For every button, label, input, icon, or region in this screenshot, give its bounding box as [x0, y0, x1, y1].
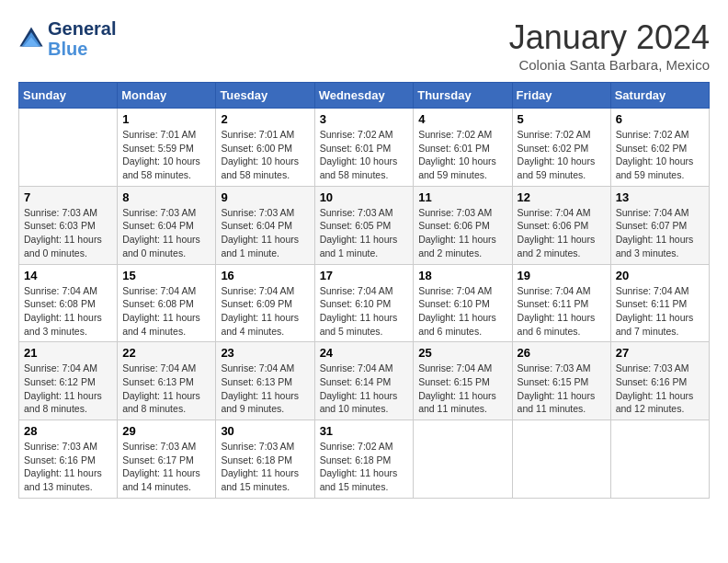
- day-cell: [610, 420, 709, 499]
- day-cell: 29Sunrise: 7:03 AM Sunset: 6:17 PM Dayli…: [118, 420, 216, 499]
- day-info: Sunrise: 7:04 AM Sunset: 6:07 PM Dayligh…: [616, 206, 704, 260]
- day-cell: 12Sunrise: 7:04 AM Sunset: 6:06 PM Dayli…: [512, 186, 610, 264]
- day-cell: 17Sunrise: 7:04 AM Sunset: 6:10 PM Dayli…: [314, 264, 414, 342]
- day-cell: 3Sunrise: 7:02 AM Sunset: 6:01 PM Daylig…: [314, 109, 414, 187]
- day-number: 19: [518, 269, 606, 282]
- day-info: Sunrise: 7:02 AM Sunset: 6:01 PM Dayligh…: [418, 128, 506, 182]
- day-cell: [19, 109, 118, 187]
- day-info: Sunrise: 7:04 AM Sunset: 6:06 PM Dayligh…: [518, 206, 606, 260]
- day-info: Sunrise: 7:02 AM Sunset: 6:02 PM Dayligh…: [518, 128, 606, 182]
- day-info: Sunrise: 7:04 AM Sunset: 6:08 PM Dayligh…: [24, 284, 112, 339]
- day-cell: 24Sunrise: 7:04 AM Sunset: 6:14 PM Dayli…: [314, 342, 414, 420]
- day-info: Sunrise: 7:02 AM Sunset: 6:01 PM Dayligh…: [320, 128, 409, 182]
- day-cell: 9Sunrise: 7:03 AM Sunset: 6:04 PM Daylig…: [216, 186, 314, 264]
- day-number: 29: [122, 424, 210, 438]
- day-number: 20: [616, 269, 704, 282]
- day-info: Sunrise: 7:02 AM Sunset: 6:02 PM Dayligh…: [616, 128, 704, 182]
- day-number: 22: [122, 346, 210, 360]
- title-block: January 2024 Colonia Santa Barbara, Mexi…: [509, 18, 710, 73]
- calendar-header: SundayMondayTuesdayWednesdayThursdayFrid…: [19, 83, 710, 109]
- day-info: Sunrise: 7:01 AM Sunset: 6:00 PM Dayligh…: [221, 128, 309, 182]
- day-cell: 1Sunrise: 7:01 AM Sunset: 5:59 PM Daylig…: [118, 109, 216, 187]
- day-cell: 27Sunrise: 7:03 AM Sunset: 6:16 PM Dayli…: [610, 342, 709, 420]
- page-header: General Blue January 2024 Colonia Santa …: [18, 18, 710, 73]
- day-number: 14: [24, 269, 112, 282]
- day-info: Sunrise: 7:03 AM Sunset: 6:04 PM Dayligh…: [122, 206, 210, 260]
- day-cell: 14Sunrise: 7:04 AM Sunset: 6:08 PM Dayli…: [19, 264, 118, 342]
- logo-icon: [18, 26, 44, 52]
- calendar-table: SundayMondayTuesdayWednesdayThursdayFrid…: [18, 82, 710, 499]
- day-info: Sunrise: 7:03 AM Sunset: 6:06 PM Dayligh…: [418, 206, 506, 260]
- header-cell-sunday: Sunday: [19, 83, 118, 109]
- day-info: Sunrise: 7:04 AM Sunset: 6:10 PM Dayligh…: [320, 284, 409, 339]
- day-cell: [414, 420, 512, 499]
- week-row-1: 1Sunrise: 7:01 AM Sunset: 5:59 PM Daylig…: [19, 109, 710, 187]
- day-cell: 7Sunrise: 7:03 AM Sunset: 6:03 PM Daylig…: [19, 186, 118, 264]
- day-cell: 16Sunrise: 7:04 AM Sunset: 6:09 PM Dayli…: [216, 264, 314, 342]
- day-number: 25: [418, 346, 506, 360]
- header-cell-tuesday: Tuesday: [216, 83, 314, 109]
- day-cell: 8Sunrise: 7:03 AM Sunset: 6:04 PM Daylig…: [118, 186, 216, 264]
- day-info: Sunrise: 7:03 AM Sunset: 6:18 PM Dayligh…: [221, 440, 309, 494]
- day-number: 8: [122, 190, 210, 204]
- week-row-2: 7Sunrise: 7:03 AM Sunset: 6:03 PM Daylig…: [19, 186, 710, 264]
- day-number: 21: [24, 346, 112, 360]
- day-cell: 31Sunrise: 7:02 AM Sunset: 6:18 PM Dayli…: [314, 420, 414, 499]
- header-row: SundayMondayTuesdayWednesdayThursdayFrid…: [19, 83, 710, 109]
- day-cell: 19Sunrise: 7:04 AM Sunset: 6:11 PM Dayli…: [512, 264, 610, 342]
- day-cell: 23Sunrise: 7:04 AM Sunset: 6:13 PM Dayli…: [216, 342, 314, 420]
- day-number: 17: [320, 269, 409, 282]
- day-info: Sunrise: 7:03 AM Sunset: 6:16 PM Dayligh…: [24, 440, 112, 494]
- location: Colonia Santa Barbara, Mexico: [509, 57, 710, 73]
- day-info: Sunrise: 7:03 AM Sunset: 6:17 PM Dayligh…: [122, 440, 210, 494]
- logo-text-general: General: [48, 18, 116, 39]
- day-number: 9: [221, 190, 309, 204]
- day-number: 31: [320, 424, 409, 438]
- day-number: 10: [320, 190, 409, 204]
- day-number: 2: [221, 112, 309, 126]
- day-cell: 21Sunrise: 7:04 AM Sunset: 6:12 PM Dayli…: [19, 342, 118, 420]
- day-cell: [512, 420, 610, 499]
- header-cell-friday: Friday: [512, 83, 610, 109]
- day-cell: 26Sunrise: 7:03 AM Sunset: 6:15 PM Dayli…: [512, 342, 610, 420]
- day-cell: 20Sunrise: 7:04 AM Sunset: 6:11 PM Dayli…: [610, 264, 709, 342]
- day-cell: 18Sunrise: 7:04 AM Sunset: 6:10 PM Dayli…: [414, 264, 512, 342]
- calendar-body: 1Sunrise: 7:01 AM Sunset: 5:59 PM Daylig…: [19, 109, 710, 499]
- day-number: 23: [221, 346, 309, 360]
- day-cell: 15Sunrise: 7:04 AM Sunset: 6:08 PM Dayli…: [118, 264, 216, 342]
- day-cell: 10Sunrise: 7:03 AM Sunset: 6:05 PM Dayli…: [314, 186, 414, 264]
- header-cell-wednesday: Wednesday: [314, 83, 414, 109]
- month-title: January 2024: [509, 18, 710, 57]
- day-cell: 25Sunrise: 7:04 AM Sunset: 6:15 PM Dayli…: [414, 342, 512, 420]
- day-info: Sunrise: 7:04 AM Sunset: 6:15 PM Dayligh…: [418, 362, 506, 416]
- day-number: 4: [418, 112, 506, 126]
- day-number: 13: [616, 190, 704, 204]
- day-number: 30: [221, 424, 309, 438]
- day-info: Sunrise: 7:04 AM Sunset: 6:08 PM Dayligh…: [122, 284, 210, 339]
- day-cell: 5Sunrise: 7:02 AM Sunset: 6:02 PM Daylig…: [512, 109, 610, 187]
- day-number: 11: [418, 190, 506, 204]
- day-number: 18: [418, 269, 506, 282]
- day-info: Sunrise: 7:03 AM Sunset: 6:03 PM Dayligh…: [24, 206, 112, 260]
- day-cell: 2Sunrise: 7:01 AM Sunset: 6:00 PM Daylig…: [216, 109, 314, 187]
- week-row-4: 21Sunrise: 7:04 AM Sunset: 6:12 PM Dayli…: [19, 342, 710, 420]
- day-cell: 6Sunrise: 7:02 AM Sunset: 6:02 PM Daylig…: [610, 109, 709, 187]
- week-row-5: 28Sunrise: 7:03 AM Sunset: 6:16 PM Dayli…: [19, 420, 710, 499]
- day-cell: 30Sunrise: 7:03 AM Sunset: 6:18 PM Dayli…: [216, 420, 314, 499]
- day-cell: 11Sunrise: 7:03 AM Sunset: 6:06 PM Dayli…: [414, 186, 512, 264]
- day-info: Sunrise: 7:04 AM Sunset: 6:13 PM Dayligh…: [221, 362, 309, 416]
- day-number: 24: [320, 346, 409, 360]
- day-number: 1: [122, 112, 210, 126]
- day-info: Sunrise: 7:04 AM Sunset: 6:10 PM Dayligh…: [418, 284, 506, 339]
- day-cell: 28Sunrise: 7:03 AM Sunset: 6:16 PM Dayli…: [19, 420, 118, 499]
- day-number: 3: [320, 112, 409, 126]
- day-info: Sunrise: 7:03 AM Sunset: 6:15 PM Dayligh…: [518, 362, 606, 416]
- day-info: Sunrise: 7:03 AM Sunset: 6:16 PM Dayligh…: [616, 362, 704, 416]
- day-number: 12: [518, 190, 606, 204]
- day-info: Sunrise: 7:04 AM Sunset: 6:11 PM Dayligh…: [518, 284, 606, 339]
- week-row-3: 14Sunrise: 7:04 AM Sunset: 6:08 PM Dayli…: [19, 264, 710, 342]
- logo-text-blue: Blue: [48, 39, 116, 59]
- header-cell-saturday: Saturday: [610, 83, 709, 109]
- day-cell: 22Sunrise: 7:04 AM Sunset: 6:13 PM Dayli…: [118, 342, 216, 420]
- header-cell-thursday: Thursday: [414, 83, 512, 109]
